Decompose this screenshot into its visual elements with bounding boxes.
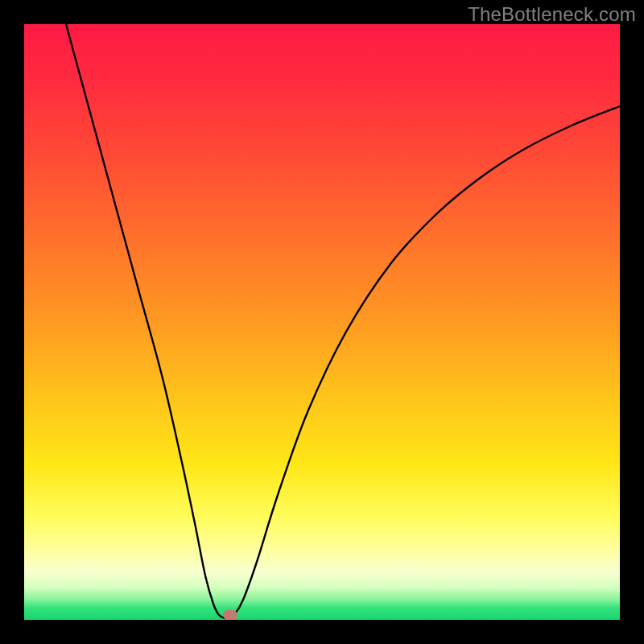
chart-svg [24, 24, 620, 620]
bottleneck-curve [66, 24, 620, 618]
optimal-point-marker [223, 609, 237, 620]
chart-frame [24, 24, 620, 620]
watermark-text: TheBottleneck.com [468, 3, 636, 26]
